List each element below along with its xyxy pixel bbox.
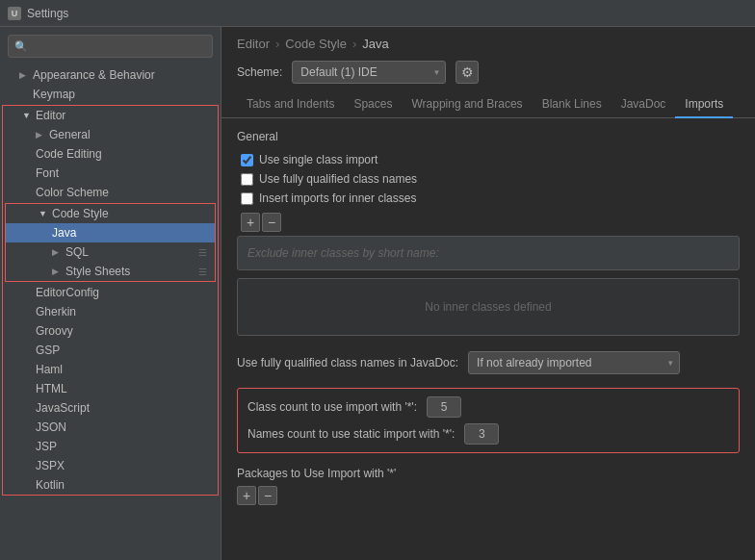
packages-btn-row: + − [237, 486, 740, 505]
search-icon: 🔍 [14, 40, 28, 53]
sidebar-item-label: Java [52, 226, 76, 240]
javadoc-label: Use fully qualified class names in JavaD… [237, 356, 458, 369]
sidebar-item-label: JavaScript [36, 401, 90, 415]
names-count-label: Names count to use static import with '*… [247, 427, 455, 441]
javadoc-row: Use fully qualified class names in JavaD… [237, 351, 740, 374]
expand-icon: ▶ [52, 247, 62, 257]
content-scroll: General Use single class import Use full… [221, 118, 755, 560]
sidebar-item-kotlin[interactable]: Kotlin [3, 475, 218, 495]
sidebar-item-editorconfig[interactable]: EditorConfig [3, 283, 218, 302]
sidebar-item-label: General [49, 128, 91, 141]
sidebar-item-haml[interactable]: Haml [3, 360, 218, 379]
checkbox-row-inner-classes: Insert imports for inner classes [237, 191, 740, 205]
sidebar-item-label: Gherkin [36, 305, 76, 318]
sidebar-item-javascript[interactable]: JavaScript [3, 398, 218, 418]
expand-icon: ▼ [22, 111, 32, 120]
no-classes-text: No inner classes defined [425, 300, 551, 314]
expand-icon: ▶ [19, 70, 29, 80]
sidebar-item-style-sheets[interactable]: ▶ Style Sheets ☰ [6, 262, 215, 281]
tab-javadoc[interactable]: JavaDoc [612, 91, 676, 118]
add-button[interactable]: + [241, 213, 260, 232]
sidebar-item-label: JSP [36, 440, 57, 453]
tab-tabs-indents[interactable]: Tabs and Indents [237, 91, 344, 118]
remove-button[interactable]: − [262, 213, 281, 232]
sidebar-item-gsp[interactable]: GSP [3, 341, 218, 360]
checkbox-row-single-import: Use single class import [237, 153, 740, 166]
sidebar-item-gherkin[interactable]: Gherkin [3, 302, 218, 321]
sidebar-item-code-style[interactable]: ▼ Code Style [6, 204, 215, 223]
sidebar-item-label: Code Style [52, 207, 109, 220]
packages-remove-button[interactable]: − [258, 486, 277, 505]
tab-wrapping-braces[interactable]: Wrapping and Braces [402, 91, 532, 118]
sidebar-item-label: EditorConfig [36, 286, 99, 299]
sidebar-item-editor[interactable]: ▼ Editor [3, 106, 218, 125]
sidebar-item-label: Kotlin [36, 478, 65, 492]
checkbox-inner-classes[interactable] [241, 192, 253, 205]
scheme-row: Scheme: Default (1) IDE ⚙ [221, 57, 755, 91]
names-count-input[interactable] [464, 423, 499, 445]
search-input[interactable] [32, 39, 206, 53]
checkbox-fully-qualified-label: Use fully qualified class names [259, 172, 417, 186]
sidebar-item-code-editing[interactable]: Code Editing [3, 144, 218, 164]
sidebar-item-jsp[interactable]: JSP [3, 437, 218, 456]
names-count-row: Names count to use static import with '*… [247, 423, 729, 445]
sidebar-item-keymap[interactable]: Keymap [0, 85, 221, 104]
scheme-select[interactable]: Default (1) IDE [292, 61, 446, 84]
sidebar-item-html[interactable]: HTML [3, 379, 218, 398]
breadcrumb-sep1: › [275, 37, 279, 51]
sidebar-scroll: ▶ Appearance & Behavior Keymap ▼ Editor … [0, 65, 221, 560]
breadcrumb-sep2: › [352, 37, 356, 51]
expand-icon: ▶ [52, 267, 62, 276]
import-counts-section: Class count to use import with '*': Name… [237, 388, 740, 453]
breadcrumb-java: Java [362, 37, 388, 51]
tab-blank-lines[interactable]: Blank Lines [533, 91, 612, 118]
sidebar-item-label: JSPX [36, 459, 65, 472]
sidebar-item-java[interactable]: Java [6, 223, 215, 242]
tab-spaces[interactable]: Spaces [344, 91, 402, 118]
breadcrumb: Editor › Code Style › Java [221, 27, 755, 57]
search-box[interactable]: 🔍 [8, 35, 213, 58]
main-container: 🔍 ▶ Appearance & Behavior Keymap ▼ Edito… [0, 27, 755, 560]
sidebar-item-label: Code Editing [36, 147, 102, 161]
tab-imports[interactable]: Imports [675, 91, 733, 118]
sidebar-item-label: Keymap [33, 88, 75, 101]
list-icon: ☰ [198, 247, 207, 258]
sidebar: 🔍 ▶ Appearance & Behavior Keymap ▼ Edito… [0, 27, 221, 560]
sidebar-item-groovy[interactable]: Groovy [3, 321, 218, 341]
sidebar-item-general[interactable]: ▶ General [3, 125, 218, 144]
sidebar-item-json[interactable]: JSON [3, 418, 218, 437]
scheme-select-wrapper: Default (1) IDE [292, 61, 446, 84]
packages-add-button[interactable]: + [237, 486, 256, 505]
checkbox-single-import-label: Use single class import [259, 153, 378, 166]
exclude-label: Exclude inner classes by short name: [247, 246, 439, 260]
sidebar-item-label: Editor [36, 109, 65, 122]
expand-icon: ▶ [36, 130, 45, 140]
section-general-title: General [237, 130, 740, 143]
scheme-label: Scheme: [237, 65, 282, 79]
exclude-inner-classes-box: Exclude inner classes by short name: [237, 236, 740, 270]
add-remove-btn-row: + − [241, 213, 740, 232]
sidebar-item-font[interactable]: Font [3, 164, 218, 183]
window-title: Settings [27, 7, 68, 20]
class-count-label: Class count to use import with '*': [247, 400, 417, 414]
checkbox-row-fully-qualified: Use fully qualified class names [237, 172, 740, 186]
checkbox-inner-classes-label: Insert imports for inner classes [259, 191, 416, 205]
sidebar-item-label: Groovy [36, 324, 73, 338]
sidebar-item-label: GSP [36, 344, 60, 357]
javadoc-select-wrapper: If not already imported Always Never [468, 351, 680, 374]
sidebar-item-label: HTML [36, 382, 67, 395]
sidebar-item-label: Style Sheets [65, 265, 130, 278]
sidebar-item-sql[interactable]: ▶ SQL ☰ [6, 242, 215, 262]
gear-button[interactable]: ⚙ [456, 61, 479, 84]
breadcrumb-editor: Editor [237, 37, 270, 51]
expand-icon: ▼ [39, 209, 48, 218]
javadoc-select[interactable]: If not already imported Always Never [468, 351, 680, 374]
sidebar-item-appearance-behavior[interactable]: ▶ Appearance & Behavior [0, 65, 221, 85]
content-area: Editor › Code Style › Java Scheme: Defau… [221, 27, 755, 560]
checkbox-single-import[interactable] [241, 154, 253, 166]
checkbox-fully-qualified[interactable] [241, 173, 253, 186]
class-count-input[interactable] [427, 396, 461, 418]
sidebar-item-jspx[interactable]: JSPX [3, 456, 218, 475]
sidebar-item-color-scheme[interactable]: Color Scheme [3, 183, 218, 202]
sidebar-item-label: Haml [36, 363, 63, 376]
